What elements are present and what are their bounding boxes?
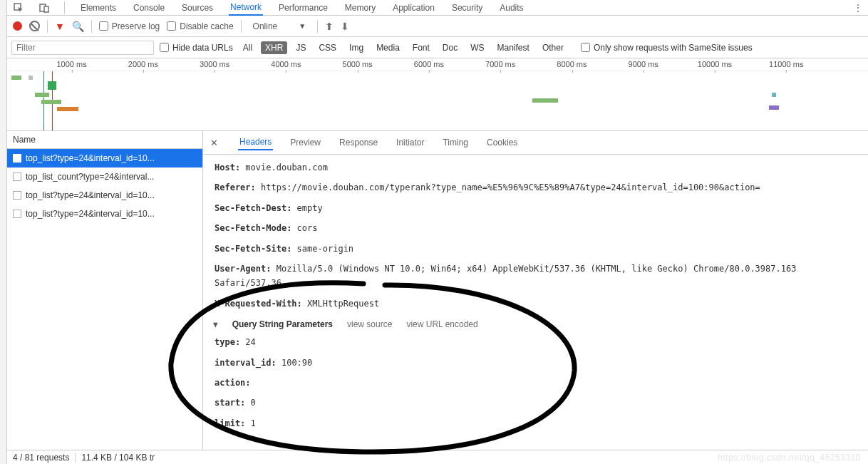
request-row[interactable]: top_list_count?type=24&interval...: [7, 167, 202, 186]
filter-js[interactable]: JS: [291, 41, 310, 54]
query-params-section[interactable]: ▼ Query String Parameters view source vi…: [213, 314, 858, 332]
filter-ws[interactable]: WS: [466, 41, 488, 54]
filter-input[interactable]: [11, 41, 154, 55]
details-tab-initiator[interactable]: Initiator: [395, 135, 425, 150]
waterfall-bar: [35, 93, 49, 97]
tab-application[interactable]: Application: [391, 1, 436, 15]
tick: 3000 ms: [200, 60, 229, 68]
view-source-link[interactable]: view source: [347, 319, 392, 329]
search-icon[interactable]: 🔍: [72, 21, 84, 32]
header-value: Mozilla/5.0 (Windows NT 10.0; Win64; x64…: [215, 264, 796, 288]
request-row[interactable]: top_list?type=24&interval_id=10...: [7, 149, 202, 167]
network-timeline[interactable]: 1000 ms 2000 ms 3000 ms 4000 ms 5000 ms …: [7, 58, 868, 131]
tick: 2000 ms: [128, 60, 158, 68]
filter-font[interactable]: Font: [408, 41, 434, 54]
details-tab-timing[interactable]: Timing: [441, 135, 470, 150]
details-tab-response[interactable]: Response: [338, 135, 379, 150]
separator: [317, 20, 318, 33]
waterfall-bar: [772, 93, 776, 97]
record-button[interactable]: [13, 21, 22, 31]
param-name: type:: [215, 337, 240, 347]
tick: 1000 ms: [56, 60, 86, 68]
waterfall-bar: [11, 76, 21, 80]
tab-console[interactable]: Console: [132, 1, 166, 15]
request-row[interactable]: top_list?type=24&interval_id=10...: [7, 186, 202, 205]
more-menu-icon[interactable]: ⋮: [854, 3, 862, 13]
waterfall-bar: [41, 100, 61, 104]
header-value: movie.douban.com: [245, 163, 328, 172]
tick: 11000 ms: [769, 60, 803, 68]
tab-performance[interactable]: Performance: [277, 1, 329, 15]
tick: 9000 ms: [629, 60, 658, 68]
inspect-icon[interactable]: [13, 2, 24, 14]
header-name: Referer:: [215, 182, 256, 192]
request-details: ✕ Headers Preview Response Initiator Tim…: [203, 131, 868, 450]
disable-cache-label: Disable cache: [180, 21, 233, 31]
clear-button[interactable]: [29, 21, 40, 31]
details-tab-cookies[interactable]: Cookies: [485, 135, 519, 150]
filter-icon[interactable]: ▼: [55, 21, 65, 32]
filter-manifest[interactable]: Manifest: [493, 41, 534, 54]
filter-xhr[interactable]: XHR: [261, 41, 287, 54]
param-value: 1: [251, 418, 256, 428]
samesite-label: Only show requests with SameSite issues: [594, 43, 753, 53]
tab-elements[interactable]: Elements: [79, 1, 118, 15]
tick: 8000 ms: [557, 60, 587, 68]
network-content: Name top_list?type=24&interval_id=10... …: [7, 131, 868, 450]
header-name: Sec-Fetch-Site:: [215, 244, 291, 254]
filter-all[interactable]: All: [239, 41, 257, 54]
headers-body[interactable]: Host: movie.douban.com Referer: https://…: [203, 155, 868, 450]
upload-har-icon[interactable]: ⬆: [325, 21, 334, 32]
tab-network[interactable]: Network: [229, 0, 263, 16]
filter-media[interactable]: Media: [372, 41, 404, 54]
hide-data-urls-checkbox[interactable]: Hide data URLs: [160, 43, 233, 53]
close-details-icon[interactable]: ✕: [210, 138, 218, 148]
param-value: 24: [245, 337, 255, 347]
request-row[interactable]: top_list?type=24&interval_id=10...: [7, 205, 202, 223]
tick: 7000 ms: [485, 60, 515, 68]
header-name: Sec-Fetch-Mode:: [215, 223, 291, 233]
filter-css[interactable]: CSS: [314, 41, 341, 54]
separator: [75, 453, 76, 463]
download-har-icon[interactable]: ⬇: [341, 21, 349, 32]
samesite-checkbox[interactable]: Only show requests with SameSite issues: [581, 43, 753, 53]
separator: [241, 20, 242, 33]
param-name: interval_id:: [215, 358, 277, 368]
tab-memory[interactable]: Memory: [343, 1, 377, 15]
param-name: action:: [215, 378, 251, 388]
filter-other[interactable]: Other: [538, 41, 568, 54]
file-icon: [13, 172, 21, 181]
waterfall-bar: [48, 81, 56, 90]
timeline-ruler: 1000 ms 2000 ms 3000 ms 4000 ms 5000 ms …: [7, 58, 868, 71]
section-title: Query String Parameters: [232, 319, 333, 329]
svg-rect-2: [44, 6, 48, 12]
tab-sources[interactable]: Sources: [180, 1, 215, 15]
disclosure-triangle-icon[interactable]: ▼: [213, 320, 218, 329]
devtools-panel-tabs: Elements Console Sources Network Perform…: [7, 0, 868, 16]
preserve-log-checkbox[interactable]: Preserve log: [99, 21, 160, 31]
view-url-encoded-link[interactable]: view URL encoded: [406, 319, 477, 329]
details-tab-headers[interactable]: Headers: [238, 135, 273, 150]
filter-img[interactable]: Img: [345, 41, 368, 54]
separator: [64, 1, 65, 14]
waterfall-bar: [532, 98, 558, 103]
header-name: X-Requested-With:: [215, 299, 302, 309]
network-filter-bar: Hide data URLs All XHR JS CSS Img Media …: [7, 37, 868, 58]
details-tab-preview[interactable]: Preview: [289, 135, 322, 150]
chevron-down-icon: ▼: [299, 22, 306, 30]
timeline-waterfall: [7, 71, 868, 131]
file-icon: [13, 154, 21, 163]
header-value: cors: [297, 223, 318, 233]
filter-doc[interactable]: Doc: [438, 41, 462, 54]
disable-cache-checkbox[interactable]: Disable cache: [167, 21, 233, 31]
header-value: XMLHttpRequest: [307, 299, 379, 309]
throttling-select[interactable]: Online▼: [249, 20, 311, 33]
network-toolbar: ▼ 🔍 Preserve log Disable cache Online▼ ⬆…: [7, 16, 868, 37]
transferred-size: 11.4 KB / 104 KB tr: [81, 453, 155, 463]
name-column-header[interactable]: Name: [7, 131, 202, 149]
tab-audits[interactable]: Audits: [498, 1, 525, 15]
tab-security[interactable]: Security: [450, 1, 484, 15]
file-icon: [13, 210, 21, 218]
device-toolbar-icon[interactable]: [38, 2, 50, 14]
separator: [91, 20, 92, 33]
